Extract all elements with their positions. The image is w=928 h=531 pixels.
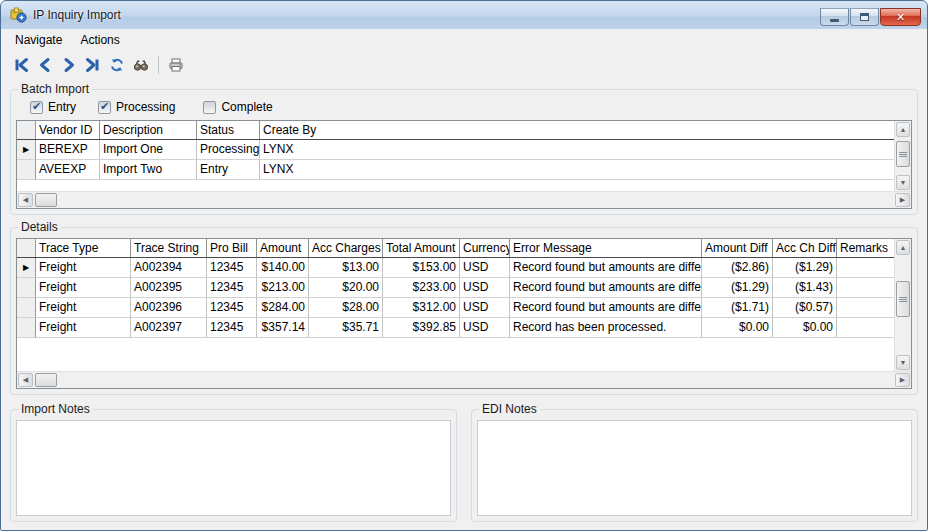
cell-total-amount[interactable]: $312.00 <box>383 298 460 318</box>
cell-trace-string[interactable]: A002397 <box>131 318 207 338</box>
cell-trace-string[interactable]: A002396 <box>131 298 207 318</box>
cell-acc-ch-diff[interactable]: ($1.29) <box>773 258 837 278</box>
cell-create-by[interactable]: LYNX <box>260 160 894 180</box>
cell-create-by[interactable]: LYNX <box>260 140 894 160</box>
cell-currency[interactable]: USD <box>460 318 510 338</box>
cell-trace-type[interactable]: Freight <box>36 278 131 298</box>
first-record-button[interactable] <box>9 53 33 77</box>
cell-amount[interactable]: $284.00 <box>257 298 309 318</box>
cell-currency[interactable]: USD <box>460 258 510 278</box>
cell-pro-bill[interactable]: 12345 <box>207 318 257 338</box>
cell-pro-bill[interactable]: 12345 <box>207 298 257 318</box>
cell-amount-diff[interactable]: ($1.29) <box>702 278 773 298</box>
scroll-left-icon[interactable]: ◀ <box>18 193 33 207</box>
scroll-right-icon[interactable]: ▶ <box>895 373 910 387</box>
cell-description[interactable]: Import One <box>100 140 197 160</box>
row-selector-cell[interactable]: ▶ <box>17 318 36 338</box>
processing-checkbox[interactable]: ✔ Processing <box>98 100 175 114</box>
last-record-button[interactable] <box>81 53 105 77</box>
cell-acc-ch-diff[interactable]: $0.00 <box>773 318 837 338</box>
cell-amount-diff[interactable]: ($2.86) <box>702 258 773 278</box>
cell-pro-bill[interactable]: 12345 <box>207 278 257 298</box>
scroll-track <box>896 317 910 355</box>
cell-error-message[interactable]: Record found but amounts are different. <box>510 278 702 298</box>
cell-trace-string[interactable]: A002394 <box>131 258 207 278</box>
cell-error-message[interactable]: Record found but amounts are different. <box>510 298 702 318</box>
details-vertical-scrollbar[interactable]: ▲ ▼ <box>894 239 911 371</box>
cell-status[interactable]: Processing <box>197 140 260 160</box>
details-row-2[interactable]: ▶ Freight A002395 12345 $213.00 $20.00 $… <box>17 278 894 298</box>
cell-amount-diff[interactable]: $0.00 <box>702 318 773 338</box>
cell-pro-bill[interactable]: 12345 <box>207 258 257 278</box>
row-selector-cell[interactable]: ▶ <box>17 258 36 278</box>
cell-currency[interactable]: USD <box>460 278 510 298</box>
complete-checkbox[interactable]: ✔ Complete <box>203 100 272 114</box>
cell-error-message[interactable]: Record has been processed. <box>510 318 702 338</box>
cell-remarks[interactable] <box>837 298 894 318</box>
cell-acc-ch-diff[interactable]: ($1.43) <box>773 278 837 298</box>
scroll-up-icon[interactable]: ▲ <box>896 240 910 255</box>
cell-remarks[interactable] <box>837 278 894 298</box>
edi-notes-textarea[interactable] <box>477 420 912 516</box>
scrollbar-thumb[interactable] <box>35 193 57 207</box>
scrollbar-thumb[interactable] <box>35 373 57 387</box>
row-selector-cell[interactable]: ▶ <box>17 160 36 180</box>
scrollbar-thumb[interactable] <box>896 281 910 317</box>
details-row-4[interactable]: ▶ Freight A002397 12345 $357.14 $35.71 $… <box>17 318 894 338</box>
details-row-1[interactable]: ▶ Freight A002394 12345 $140.00 $13.00 $… <box>17 258 894 278</box>
scroll-left-icon[interactable]: ◀ <box>18 373 33 387</box>
row-selector-cell[interactable]: ▶ <box>17 298 36 318</box>
import-notes-textarea[interactable] <box>16 420 451 516</box>
window-title: IP Inquiry Import <box>33 8 819 22</box>
cell-trace-type[interactable]: Freight <box>36 318 131 338</box>
cell-acc-charges[interactable]: $13.00 <box>309 258 383 278</box>
cell-trace-type[interactable]: Freight <box>36 258 131 278</box>
batch-row-2[interactable]: ▶ AVEEXP Import Two Entry LYNX <box>17 160 894 180</box>
scrollbar-thumb[interactable] <box>896 141 910 167</box>
batch-horizontal-scrollbar[interactable]: ◀ ▶ <box>17 191 911 208</box>
cell-acc-charges[interactable]: $35.71 <box>309 318 383 338</box>
cell-description[interactable]: Import Two <box>100 160 197 180</box>
row-selector-cell[interactable]: ▶ <box>17 140 36 160</box>
minimize-button[interactable] <box>820 8 849 26</box>
scroll-down-icon[interactable]: ▼ <box>896 175 910 190</box>
cell-total-amount[interactable]: $153.00 <box>383 258 460 278</box>
cell-trace-type[interactable]: Freight <box>36 298 131 318</box>
cell-currency[interactable]: USD <box>460 298 510 318</box>
close-button[interactable]: ✕ <box>880 8 921 26</box>
scroll-down-icon[interactable]: ▼ <box>896 355 910 370</box>
cell-amount[interactable]: $140.00 <box>257 258 309 278</box>
cell-total-amount[interactable]: $392.85 <box>383 318 460 338</box>
cell-acc-charges[interactable]: $28.00 <box>309 298 383 318</box>
cell-acc-ch-diff[interactable]: ($0.57) <box>773 298 837 318</box>
cell-total-amount[interactable]: $233.00 <box>383 278 460 298</box>
cell-amount[interactable]: $357.14 <box>257 318 309 338</box>
details-horizontal-scrollbar[interactable]: ◀ ▶ <box>17 371 911 388</box>
menu-actions[interactable]: Actions <box>71 30 128 50</box>
menu-navigate[interactable]: Navigate <box>6 30 71 50</box>
find-button[interactable] <box>129 53 153 77</box>
close-icon: ✕ <box>896 12 905 23</box>
batch-row-1[interactable]: ▶ BEREXP Import One Processing LYNX <box>17 140 894 160</box>
details-row-3[interactable]: ▶ Freight A002396 12345 $284.00 $28.00 $… <box>17 298 894 318</box>
cell-error-message[interactable]: Record found but amounts are different. <box>510 258 702 278</box>
cell-amount[interactable]: $213.00 <box>257 278 309 298</box>
cell-remarks[interactable] <box>837 318 894 338</box>
cell-vendor-id[interactable]: AVEEXP <box>36 160 100 180</box>
cell-acc-charges[interactable]: $20.00 <box>309 278 383 298</box>
row-selector-cell[interactable]: ▶ <box>17 278 36 298</box>
scroll-right-icon[interactable]: ▶ <box>895 193 910 207</box>
refresh-button[interactable] <box>105 53 129 77</box>
cell-amount-diff[interactable]: ($1.71) <box>702 298 773 318</box>
batch-vertical-scrollbar[interactable]: ▲ ▼ <box>894 121 911 191</box>
print-button[interactable] <box>164 53 188 77</box>
cell-remarks[interactable] <box>837 258 894 278</box>
previous-record-button[interactable] <box>33 53 57 77</box>
entry-checkbox[interactable]: ✔ Entry <box>30 100 76 114</box>
cell-vendor-id[interactable]: BEREXP <box>36 140 100 160</box>
cell-trace-string[interactable]: A002395 <box>131 278 207 298</box>
next-record-button[interactable] <box>57 53 81 77</box>
scroll-up-icon[interactable]: ▲ <box>896 122 910 137</box>
maximize-button[interactable] <box>850 8 879 26</box>
cell-status[interactable]: Entry <box>197 160 260 180</box>
